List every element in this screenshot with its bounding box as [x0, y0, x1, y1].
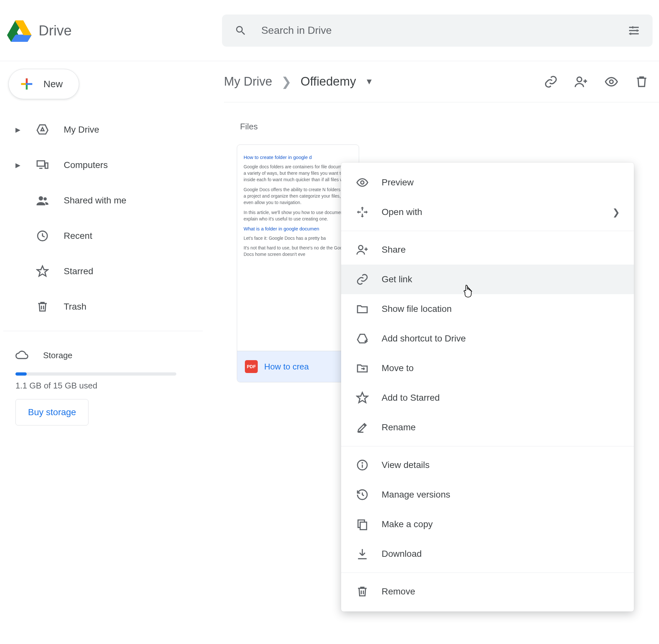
sidebar-item-shared[interactable]: Shared with me	[3, 183, 206, 218]
file-card[interactable]: How to create folder in google d Google …	[237, 144, 359, 382]
sidebar-item-my-drive[interactable]: ▶ My Drive	[3, 112, 206, 147]
computers-icon	[36, 159, 49, 171]
thumb-text: Google docs folders are containers for f…	[243, 163, 356, 183]
breadcrumb-current[interactable]: Offiedemy	[301, 75, 356, 89]
preview-eye-icon[interactable]	[604, 74, 619, 90]
star-icon	[36, 265, 49, 278]
app-header: Drive	[0, 0, 659, 61]
history-icon	[355, 488, 370, 501]
link-icon	[355, 273, 370, 286]
chevron-right-icon: ❯	[281, 75, 291, 89]
menu-show-location[interactable]: Show file location	[341, 294, 634, 324]
svg-point-36	[362, 463, 363, 463]
sidebar-item-label: My Drive	[64, 124, 99, 135]
thumb-text: It's not that hard to use, but there's n…	[243, 245, 356, 258]
sidebar-item-label: Starred	[64, 266, 93, 276]
search-options-icon[interactable]	[626, 23, 642, 38]
menu-view-details[interactable]: View details	[341, 450, 634, 480]
search-input[interactable]	[261, 24, 613, 37]
menu-make-copy[interactable]: Make a copy	[341, 509, 634, 539]
folder-icon	[355, 302, 370, 315]
breadcrumb: My Drive ❯ Offiedemy ▼	[224, 75, 373, 89]
file-card-footer: PDF How to crea	[237, 351, 359, 382]
svg-marker-16	[37, 125, 48, 134]
menu-rename[interactable]: Rename	[341, 413, 634, 442]
menu-label: View details	[382, 460, 429, 470]
drive-logo-icon	[6, 19, 32, 42]
svg-marker-17	[41, 128, 44, 131]
menu-label: Get link	[382, 274, 412, 284]
storage-bar	[16, 372, 176, 375]
pdf-icon: PDF	[245, 360, 258, 373]
menu-label: Share	[382, 245, 406, 255]
svg-point-27	[361, 181, 364, 184]
thumb-heading: How to create folder in google d	[243, 154, 356, 161]
folder-move-icon	[355, 362, 370, 375]
thumb-text: Google Docs offers the ability to create…	[243, 186, 356, 206]
menu-get-link[interactable]: Get link	[341, 264, 634, 294]
breadcrumb-root[interactable]: My Drive	[224, 75, 272, 89]
app-title: Drive	[39, 23, 72, 39]
sidebar-item-storage[interactable]: Storage	[16, 341, 196, 370]
pencil-icon	[355, 421, 370, 434]
new-button[interactable]: New	[8, 69, 79, 99]
share-person-icon[interactable]	[573, 74, 589, 90]
menu-manage-versions[interactable]: Manage versions	[341, 480, 634, 509]
chevron-right-icon: ❯	[612, 207, 620, 217]
svg-rect-10	[630, 32, 631, 35]
menu-label: Move to	[382, 363, 414, 373]
sidebar-item-computers[interactable]: ▶ Computers	[3, 147, 206, 183]
thumb-text: In this article, we'll show you how to u…	[243, 209, 356, 223]
toolbar-row: My Drive ❯ Offiedemy ▼	[224, 61, 659, 102]
search-icon[interactable]	[233, 23, 249, 38]
svg-point-21	[39, 196, 43, 201]
buy-storage-button[interactable]: Buy storage	[16, 399, 89, 426]
get-link-icon[interactable]	[543, 74, 559, 90]
files-section-label: Files	[240, 122, 659, 132]
storage-used-text: 1.1 GB of 15 GB used	[16, 381, 196, 391]
menu-label: Remove	[382, 586, 415, 597]
sidebar-item-label: Trash	[64, 302, 87, 312]
sidebar-item-label: Shared with me	[64, 196, 126, 206]
separator	[341, 231, 634, 231]
star-icon	[355, 391, 370, 404]
open-with-icon	[355, 206, 370, 218]
expand-icon: ▶	[16, 161, 21, 169]
sidebar-list: ▶ My Drive ▶ Computers Shared with me Re…	[3, 112, 206, 324]
menu-add-shortcut[interactable]: Add shortcut to Drive	[341, 324, 634, 353]
sidebar-item-trash[interactable]: Trash	[3, 289, 206, 324]
svg-marker-24	[37, 266, 48, 276]
storage-section: Storage 1.1 GB of 15 GB used Buy storage	[3, 338, 206, 426]
info-icon	[355, 459, 370, 472]
menu-label: Add shortcut to Drive	[382, 334, 466, 344]
svg-rect-18	[37, 161, 44, 166]
expand-icon: ▶	[16, 126, 21, 134]
cloud-icon	[16, 349, 28, 362]
sidebar-item-starred[interactable]: Starred	[3, 254, 206, 289]
dropdown-icon[interactable]: ▼	[365, 76, 373, 87]
menu-open-with[interactable]: Open with ❯	[341, 197, 634, 227]
trash-icon	[355, 585, 370, 598]
menu-remove[interactable]: Remove	[341, 577, 634, 606]
menu-label: Open with	[382, 207, 422, 217]
sidebar-item-label: Recent	[64, 231, 92, 241]
menu-preview[interactable]: Preview	[341, 168, 634, 197]
sidebar-item-label: Computers	[64, 160, 108, 170]
menu-add-starred[interactable]: Add to Starred	[341, 383, 634, 413]
remove-trash-icon[interactable]	[634, 74, 649, 90]
menu-label: Preview	[382, 177, 414, 188]
svg-rect-37	[360, 522, 367, 529]
file-card-title: How to crea	[264, 362, 309, 372]
thumb-text: Let's face it: Google Docs has a pretty …	[243, 235, 356, 242]
menu-share[interactable]: Share	[341, 235, 634, 264]
sidebar-item-recent[interactable]: Recent	[3, 218, 206, 254]
sidebar: New ▶ My Drive ▶ Computers Shared with m…	[0, 61, 206, 644]
menu-download[interactable]: Download	[341, 539, 634, 569]
search-bar[interactable]	[222, 15, 653, 47]
trash-icon	[36, 300, 49, 313]
svg-rect-15	[26, 83, 28, 85]
person-add-icon	[355, 243, 370, 256]
svg-rect-8	[632, 26, 633, 28]
menu-move-to[interactable]: Move to	[341, 353, 634, 383]
menu-label: Make a copy	[382, 519, 433, 529]
